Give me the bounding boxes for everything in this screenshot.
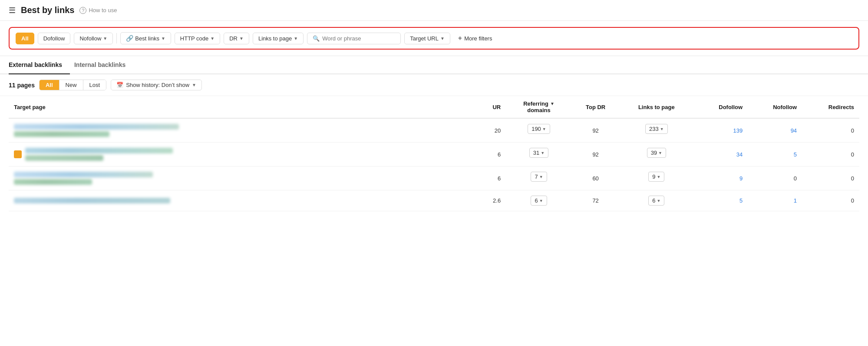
redirects-cell: 0 — [802, 166, 859, 190]
ur-cell: 6 — [476, 166, 506, 190]
menu-icon[interactable]: ☰ — [9, 6, 16, 15]
link-icon: 🔗 — [126, 35, 133, 42]
tab-internal-backlinks[interactable]: Internal backlinks — [74, 56, 133, 74]
show-history-button[interactable]: 📅 Show history: Don’t show ▼ — [111, 80, 202, 90]
dofollow-cell: 9 — [693, 166, 748, 190]
sub-filter-new-button[interactable]: New — [59, 80, 83, 90]
th-dofollow: Dofollow — [693, 96, 748, 118]
redirects-cell: 0 — [802, 143, 859, 166]
sort-icon: ▼ — [550, 101, 554, 106]
nofollow-cell: 94 — [748, 118, 802, 143]
chevron-down-icon: ▼ — [440, 36, 445, 41]
ur-cell: 2.6 — [476, 190, 506, 211]
links-to-page-cell: 233 ▼ — [619, 119, 693, 139]
filter-best-links-button[interactable]: 🔗 Best links ▼ — [120, 32, 171, 44]
chevron-down-icon: ▼ — [658, 151, 662, 155]
filter-bar: All Dofollow Nofollow ▼ 🔗 Best links ▼ H… — [9, 27, 859, 50]
th-referring-domains[interactable]: Referring ▼ domains — [506, 96, 572, 118]
chevron-down-icon: ▼ — [660, 127, 664, 131]
search-box: 🔍 — [307, 33, 401, 44]
filter-links-to-page-button[interactable]: Links to page ▼ — [253, 33, 304, 44]
filter-bar-wrapper: All Dofollow Nofollow ▼ 🔗 Best links ▼ H… — [0, 21, 868, 56]
plus-icon: + — [458, 34, 462, 42]
top-bar: ☰ Best by links ? How to use — [0, 0, 868, 21]
sub-filter-all-button[interactable]: All — [40, 80, 59, 90]
table-row: 2.6 6 ▼ 72 6 ▼ — [9, 190, 859, 211]
filter-divider-1 — [116, 33, 117, 43]
help-circle-icon: ? — [79, 7, 86, 14]
help-label: How to use — [89, 7, 117, 13]
backlinks-table: Target page UR Referring ▼ domains Top D… — [9, 96, 859, 211]
chevron-down-icon: ▼ — [294, 36, 298, 41]
table-row: 20 190 ▼ 92 233 ▼ — [9, 118, 859, 143]
search-icon: 🔍 — [313, 35, 320, 42]
chevron-down-icon: ▼ — [161, 36, 165, 41]
dofollow-cell: 139 — [693, 118, 748, 143]
tabs-row: External backlinks Internal backlinks — [0, 56, 868, 74]
search-input[interactable] — [322, 35, 395, 42]
links-to-page-dropdown[interactable]: 6 ▼ — [648, 196, 664, 206]
filter-dr-button[interactable]: DR ▼ — [224, 33, 249, 44]
nofollow-cell: 1 — [748, 190, 802, 211]
filter-all-button[interactable]: All — [16, 33, 34, 44]
pages-count: 11 pages — [9, 82, 35, 89]
top-dr-cell: 60 — [572, 166, 620, 190]
nofollow-cell: 0 — [748, 166, 802, 190]
th-ur: UR — [476, 96, 506, 118]
ur-cell: 6 — [476, 143, 506, 166]
help-link[interactable]: ? How to use — [79, 7, 117, 14]
calendar-icon: 📅 — [116, 82, 123, 88]
chevron-down-icon: ▼ — [657, 175, 660, 179]
target-page-cell — [9, 190, 476, 211]
chevron-down-icon: ▼ — [657, 199, 660, 203]
filter-http-code-button[interactable]: HTTP code ▼ — [175, 33, 220, 44]
chevron-down-icon: ▼ — [539, 175, 543, 179]
referring-domains-dropdown[interactable]: 7 ▼ — [531, 172, 547, 182]
referring-domains-cell: 6 ▼ — [506, 190, 572, 211]
favicon — [14, 150, 22, 158]
th-redirects: Redirects — [802, 96, 859, 118]
links-to-page-dropdown[interactable]: 39 ▼ — [647, 148, 666, 158]
links-to-page-cell: 9 ▼ — [619, 166, 693, 187]
top-dr-cell: 72 — [572, 190, 620, 211]
links-to-page-dropdown[interactable]: 9 ▼ — [648, 172, 664, 182]
referring-domains-cell: 7 ▼ — [506, 166, 572, 187]
links-to-page-cell: 6 ▼ — [619, 190, 693, 211]
tab-external-backlinks[interactable]: External backlinks — [9, 56, 70, 74]
dofollow-cell: 5 — [693, 190, 748, 211]
table-row: 6 31 ▼ 92 39 ▼ — [9, 143, 859, 166]
referring-domains-dropdown[interactable]: 31 ▼ — [529, 148, 548, 158]
redirects-cell: 0 — [802, 118, 859, 143]
top-dr-cell: 92 — [572, 118, 620, 143]
chevron-down-icon: ▼ — [541, 151, 545, 155]
th-nofollow: Nofollow — [748, 96, 802, 118]
th-top-dr: Top DR — [572, 96, 620, 118]
links-to-page-cell: 39 ▼ — [619, 143, 693, 163]
chevron-down-icon: ▼ — [210, 36, 215, 41]
dofollow-cell: 34 — [693, 143, 748, 166]
referring-domains-cell: 190 ▼ — [506, 119, 572, 139]
target-page-cell — [9, 118, 476, 143]
referring-domains-dropdown[interactable]: 6 ▼ — [531, 196, 547, 206]
th-links-to-page: Links to page — [619, 96, 693, 118]
chevron-down-icon: ▼ — [539, 199, 543, 203]
redirects-cell: 0 — [802, 190, 859, 211]
page-title: Best by links — [21, 5, 74, 15]
filter-nofollow-button[interactable]: Nofollow ▼ — [74, 33, 113, 44]
chevron-down-icon: ▼ — [239, 36, 244, 41]
nofollow-cell: 5 — [748, 143, 802, 166]
more-filters-button[interactable]: + More filters — [454, 32, 497, 44]
referring-domains-dropdown[interactable]: 190 ▼ — [528, 124, 550, 134]
target-page-cell — [9, 143, 476, 166]
ur-cell: 20 — [476, 118, 506, 143]
links-to-page-dropdown[interactable]: 233 ▼ — [645, 124, 668, 134]
sub-filter-row: 11 pages All New Lost 📅 Show history: Do… — [0, 74, 868, 96]
sub-filter-lost-button[interactable]: Lost — [83, 80, 106, 90]
target-page-cell — [9, 166, 476, 190]
chevron-down-icon: ▼ — [103, 36, 107, 41]
filter-dofollow-button[interactable]: Dofollow — [38, 33, 71, 44]
table-wrapper: Target page UR Referring ▼ domains Top D… — [0, 96, 868, 211]
referring-domains-cell: 31 ▼ — [506, 143, 572, 163]
sub-filter-group: All New Lost — [39, 80, 106, 90]
filter-target-url-button[interactable]: Target URL ▼ — [404, 33, 450, 44]
